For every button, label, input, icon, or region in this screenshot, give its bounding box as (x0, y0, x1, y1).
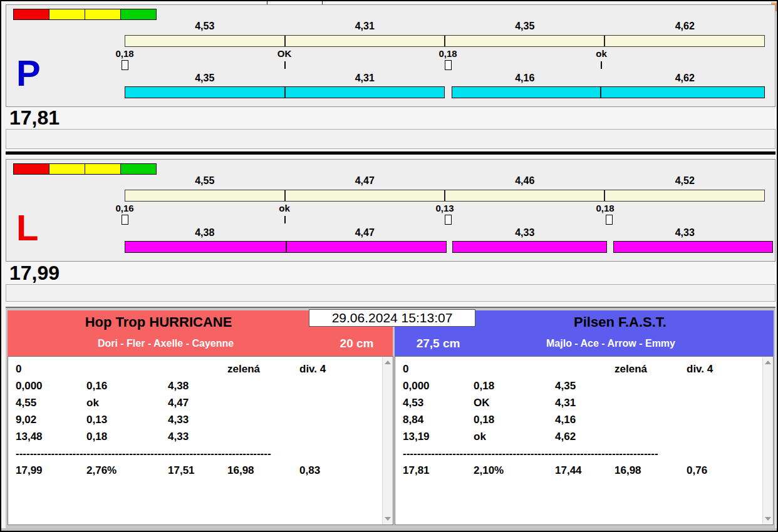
table-row: 4,53 OK 4,31 (395, 397, 762, 414)
status-flag: zelená (615, 363, 647, 376)
lane-letter-p: P (16, 55, 41, 91)
strip-green-segment (120, 9, 157, 20)
gauge-divider (284, 190, 286, 201)
cell: 13,19 (403, 431, 430, 443)
dashed-line: ----------------------------------------… (16, 448, 271, 460)
cell: 4,62 (555, 431, 576, 443)
lane-panel-l: L 4,55 4,47 4,46 4,52 0,16 ok 0,13 0,18 … (6, 159, 775, 262)
cell: 0,000 (403, 380, 430, 392)
ok-tick-marker (284, 61, 286, 69)
summary-row: 17,81 2,10% 17,44 16,98 0,76 (395, 464, 762, 481)
scrollbar[interactable] (382, 357, 393, 524)
team-members: Dori - Fler - Axelle - Cayenne (8, 338, 324, 349)
fault-count: 0 (403, 363, 408, 376)
bar-divider (284, 87, 286, 98)
separator-strip (6, 129, 775, 149)
gauge-divider (284, 36, 286, 46)
cell: 4,38 (168, 380, 189, 392)
fault-box-marker (122, 215, 128, 225)
team-members: Majlo - Ace - Arrow - Emmy (464, 338, 758, 349)
bottom-split-times: 4,38 4,47 4,33 4,33 (125, 227, 765, 238)
exchange-label: 0,18 (93, 48, 156, 59)
lane-divider (6, 151, 775, 155)
table-row: 4,55 ok 4,47 (8, 397, 382, 414)
exchange-label: OK (253, 48, 316, 59)
cell: 4,31 (555, 397, 576, 409)
run-bar-segment (452, 86, 765, 98)
cell: 4,33 (168, 414, 189, 426)
split-time: 4,47 (285, 227, 445, 238)
split-time: 4,16 (445, 73, 605, 84)
scroll-down-icon[interactable] (385, 517, 391, 521)
cell: 4,33 (168, 431, 189, 443)
split-time: 4,35 (445, 21, 605, 32)
cell: 0,18 (474, 414, 494, 426)
strip-green-segment (120, 163, 157, 175)
timestamp: 29.06.2024 15:13:07 (309, 309, 475, 327)
strip-yellow-segment-2 (85, 9, 121, 20)
jump-height: 27,5 cm (402, 337, 474, 350)
scroll-up-icon[interactable] (385, 361, 391, 364)
split-time: 4,52 (605, 175, 765, 187)
cell: 8,84 (403, 414, 423, 426)
scrollbar[interactable] (762, 357, 773, 524)
split-time: 4,33 (445, 227, 605, 238)
percent: 2,76% (86, 464, 117, 477)
split-time: 4,33 (605, 227, 765, 238)
net-time: 17,44 (555, 464, 582, 477)
split-time: 4,47 (285, 175, 445, 187)
scroll-up-icon[interactable] (765, 361, 771, 364)
divider-row: ----------------------------------------… (395, 448, 762, 464)
split-time: 4,62 (605, 73, 765, 84)
bar-divider (600, 87, 601, 98)
cell: ok (474, 431, 486, 443)
cell: 0,13 (86, 414, 107, 426)
bottom-split-times: 4,35 4,31 4,16 4,62 (125, 73, 765, 84)
division-label: div. 4 (299, 363, 326, 376)
scroll-down-icon[interactable] (765, 517, 771, 521)
exchange-label: ok (570, 48, 633, 59)
lane-total-p: 17,81 (9, 108, 60, 128)
split-time: 4,35 (125, 73, 285, 84)
strip-yellow-segment-2 (85, 163, 121, 175)
status-row: 0 zelená div. 4 (8, 363, 382, 380)
exchange-label: 0,18 (574, 203, 636, 213)
exchange-label: 0,16 (93, 203, 156, 213)
cell: OK (474, 397, 490, 409)
lane-total-l: 17,99 (9, 263, 60, 283)
cell: 0,18 (474, 380, 494, 392)
status-row: 0 zelená div. 4 (395, 363, 762, 380)
table-row: 9,02 0,13 4,33 (8, 414, 382, 431)
table-row: 8,84 0,18 4,16 (395, 414, 762, 431)
fault-count: 0 (16, 363, 21, 376)
results-table-left: 0 zelená div. 4 0,000 0,16 4,38 4,55 ok … (8, 356, 393, 525)
results-table-right: 0 zelená div. 4 0,000 0,18 4,35 4,53 OK … (395, 356, 774, 525)
split-time: 4,62 (605, 21, 765, 32)
bar-divider (286, 242, 287, 252)
traffic-light-strip (13, 9, 156, 20)
top-split-times: 4,55 4,47 4,46 4,52 (125, 175, 765, 187)
divider-row: ----------------------------------------… (8, 448, 382, 464)
exchange-label: 0,18 (417, 48, 479, 59)
lane-panel-p: P 4,53 4,31 4,35 4,62 0,18 OK 0,18 ok 4,… (6, 4, 775, 107)
cell: 4,16 (555, 414, 576, 426)
cell: 13,48 (16, 431, 43, 443)
gauge-track (125, 190, 765, 202)
jump-height: 20 cm (324, 337, 390, 350)
separator-strip (6, 284, 775, 302)
run-bar-segment (613, 241, 773, 253)
run-bar-segment (125, 241, 447, 253)
cell: 4,35 (555, 380, 576, 392)
percent: 2,10% (474, 464, 504, 477)
cell: 0,000 (16, 380, 43, 392)
cell: 4,55 (16, 397, 36, 409)
gauge-divider (604, 36, 605, 46)
cell: 4,53 (403, 397, 423, 409)
cell: 0,18 (86, 431, 107, 443)
run-bar-segment (452, 241, 607, 253)
top-split-times: 4,53 4,31 4,35 4,62 (125, 21, 765, 32)
total-time: 17,81 (403, 464, 430, 477)
cell: 4,47 (168, 397, 189, 409)
split-time: 4,46 (445, 175, 605, 187)
difference: 0,76 (687, 464, 707, 477)
